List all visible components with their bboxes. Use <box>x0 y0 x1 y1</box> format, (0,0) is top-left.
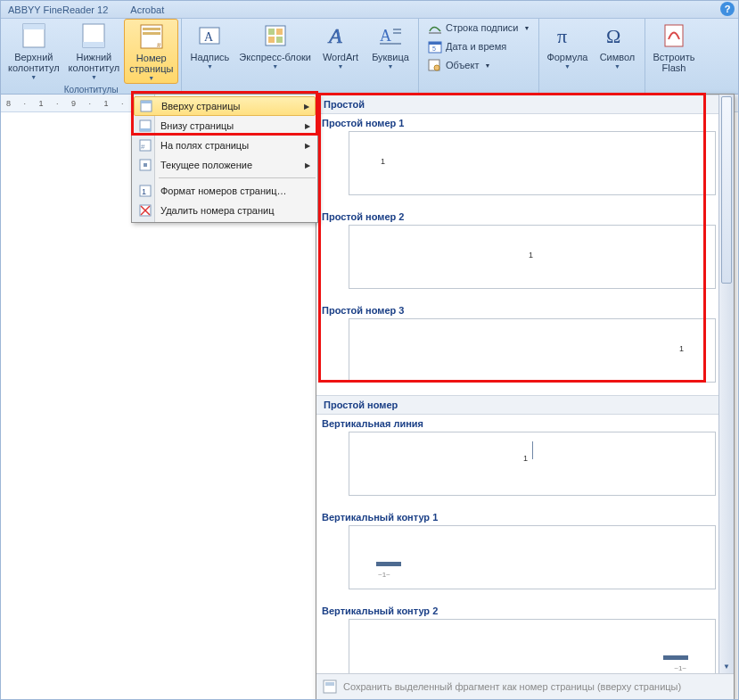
header-icon <box>20 21 48 50</box>
svg-text:A: A <box>380 27 391 45</box>
gallery-scrollbar[interactable]: ▲ ▼ <box>718 95 734 673</box>
page-number-gallery: Простой Простой номер 1 1 Простой номер … <box>316 94 735 700</box>
dropcap-button[interactable]: A Буквица ▼ <box>365 19 415 81</box>
symbol-button[interactable]: Ω Символ ▼ <box>592 19 642 81</box>
preview-thumbnail: 1 <box>349 318 716 383</box>
footer-icon <box>79 21 108 50</box>
scroll-down-icon[interactable]: ▼ <box>719 659 734 673</box>
chevron-down-icon: ▼ <box>30 74 37 80</box>
page-number-icon: # <box>137 22 166 51</box>
svg-rect-11 <box>268 29 275 35</box>
svg-text:#: # <box>157 41 161 49</box>
header-button[interactable]: Верхний колонтитул ▼ <box>4 19 64 84</box>
signature-icon <box>428 21 442 35</box>
page-top-icon <box>138 98 154 114</box>
ribbon-group-flash: Встроить Flash <box>645 19 702 94</box>
menu-remove-page-numbers[interactable]: Удалить номера страниц <box>134 201 316 220</box>
chevron-right-icon: ▶ <box>305 142 310 150</box>
svg-text:1: 1 <box>142 187 146 196</box>
gallery-item-plain-3[interactable]: Простой номер 3 1 <box>316 301 734 395</box>
svg-rect-3 <box>83 42 104 47</box>
chevron-down-icon: ▼ <box>91 74 97 80</box>
ribbon: Верхний колонтитул ▼ Нижний колонтитул ▼… <box>1 19 738 95</box>
chevron-right-icon: ▶ <box>304 103 309 111</box>
svg-rect-14 <box>276 37 283 43</box>
chevron-right-icon: ▶ <box>305 122 310 130</box>
dropcap-icon: A <box>376 21 405 50</box>
chevron-right-icon: ▶ <box>305 161 310 169</box>
svg-text:5: 5 <box>432 45 436 52</box>
chevron-down-icon: ▼ <box>148 75 154 81</box>
chevron-down-icon: ▼ <box>614 63 620 70</box>
ribbon-group-insert-misc: Строка подписи ▼ 5 Дата и время Объект ▼ <box>419 19 539 94</box>
menu-top-of-page[interactable]: Вверху страницы ▶ <box>134 96 316 116</box>
format-icon: 1 <box>137 183 153 199</box>
object-icon <box>428 58 442 72</box>
gallery-category: Простой <box>316 95 734 114</box>
pi-icon: π <box>553 21 581 50</box>
gallery-item-vertical-outline-1[interactable]: Вертикальный контур 1 ~1~ <box>316 508 734 602</box>
quick-parts-icon <box>261 21 290 50</box>
menu-current-position[interactable]: Текущее положение ▶ <box>134 155 316 175</box>
embed-flash-button[interactable]: Встроить Flash <box>648 19 699 81</box>
svg-rect-22 <box>429 42 441 45</box>
remove-icon <box>137 202 153 218</box>
svg-rect-30 <box>141 101 152 103</box>
menu-bottom-of-page[interactable]: Внизу страницы ▶ <box>134 116 316 136</box>
ribbon-group-text: A Надпись ▼ Экспресс-блоки ▼ A WordArt ▼ <box>182 19 419 94</box>
svg-rect-5 <box>143 28 160 30</box>
menu-format-page-numbers[interactable]: 1 Формат номеров страниц… <box>134 181 316 201</box>
equation-button[interactable]: π Формула ▼ <box>542 19 592 81</box>
gallery-item-vertical-line[interactable]: Вертикальная линия 1 <box>316 415 734 508</box>
svg-rect-43 <box>325 682 334 686</box>
title-addins-bar: ABBYY FineReader 12 Acrobat ? <box>1 1 738 19</box>
svg-text:Ω: Ω <box>606 25 620 47</box>
page-number-button[interactable]: # Номер страницы ▼ <box>124 19 178 84</box>
wordart-button[interactable]: A WordArt ▼ <box>316 19 365 81</box>
object-button[interactable]: Объект ▼ <box>425 56 532 74</box>
svg-text:A: A <box>327 24 342 47</box>
footer-button[interactable]: Нижний колонтитул ▼ <box>64 19 125 84</box>
gallery-item-plain-1[interactable]: Простой номер 1 1 <box>316 114 734 208</box>
preview-thumbnail: 1 <box>349 225 716 289</box>
gallery-item-vertical-outline-2[interactable]: Вертикальный контур 2 ~1~ <box>316 602 734 673</box>
preview-thumbnail: 1 <box>349 131 716 195</box>
svg-rect-19 <box>380 43 401 45</box>
flash-icon <box>660 21 688 50</box>
svg-rect-13 <box>268 37 275 43</box>
signature-line-button[interactable]: Строка подписи ▼ <box>425 19 532 37</box>
svg-text:#: # <box>141 143 145 151</box>
svg-rect-32 <box>140 128 151 131</box>
addin-abbyy[interactable]: ABBYY FineReader 12 <box>8 4 108 15</box>
page-number-dropdown: Вверху страницы ▶ Внизу страницы ▶ # На … <box>131 94 318 223</box>
chevron-down-icon: ▼ <box>388 63 394 70</box>
svg-point-25 <box>434 65 439 70</box>
gallery-category: Простой номер <box>316 395 734 415</box>
gallery-item-plain-2[interactable]: Простой номер 2 1 <box>316 208 734 301</box>
chevron-down-icon: ▼ <box>564 63 571 70</box>
gallery-footer[interactable]: Сохранить выделенный фрагмент как номер … <box>316 673 734 699</box>
preview-thumbnail: ~1~ <box>349 525 716 589</box>
help-icon[interactable]: ? <box>720 2 735 16</box>
textbox-button[interactable]: A Надпись ▼ <box>185 19 234 81</box>
svg-rect-28 <box>665 25 683 46</box>
chevron-down-icon: ▼ <box>484 62 490 69</box>
date-time-button[interactable]: 5 Дата и время <box>425 37 532 55</box>
page-margins-icon: # <box>137 137 153 153</box>
wordart-icon: A <box>326 21 355 50</box>
page-bottom-icon <box>137 118 153 134</box>
quick-parts-button[interactable]: Экспресс-блоки ▼ <box>234 19 316 81</box>
ribbon-group-headers-footers: Верхний колонтитул ▼ Нижний колонтитул ▼… <box>1 19 182 94</box>
chevron-down-icon: ▼ <box>523 25 530 31</box>
svg-text:A: A <box>204 30 214 44</box>
svg-rect-36 <box>144 163 147 167</box>
scrollbar-thumb[interactable] <box>721 96 732 284</box>
svg-rect-1 <box>23 24 45 29</box>
svg-rect-17 <box>393 29 401 30</box>
svg-text:π: π <box>557 25 567 47</box>
save-selection-icon <box>322 679 338 695</box>
addin-acrobat[interactable]: Acrobat <box>130 4 164 15</box>
svg-rect-6 <box>143 32 160 35</box>
svg-rect-18 <box>393 32 401 34</box>
menu-page-margins[interactable]: # На полях страницы ▶ <box>134 136 316 155</box>
